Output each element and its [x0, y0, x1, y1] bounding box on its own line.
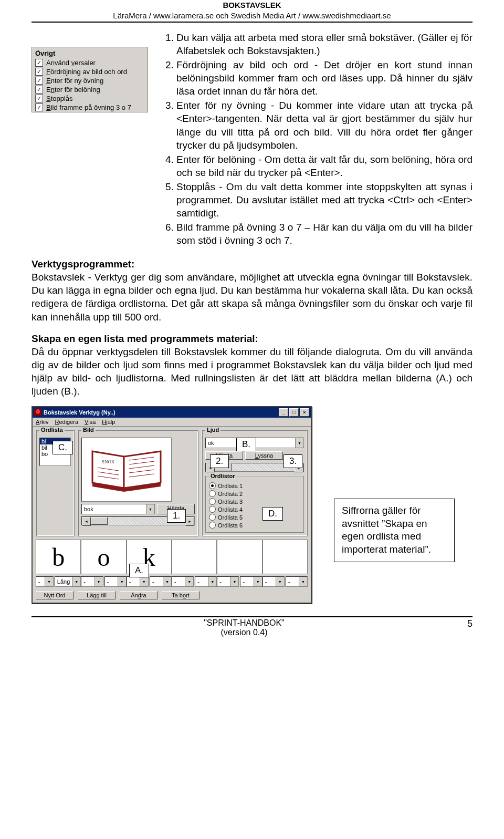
letter-cell: o: [81, 540, 126, 574]
option-checkbox-row[interactable]: Bild framme på övning 3 o 7: [32, 103, 148, 112]
sound-cell: -▼-▼: [217, 576, 262, 587]
ordlista-radio[interactable]: Ordlista 4: [209, 505, 300, 513]
picture-preview: SNOK: [81, 438, 172, 502]
ordlista-radio[interactable]: Ordlista 5: [209, 513, 300, 521]
sound-combo[interactable]: -▼: [127, 576, 149, 587]
duration-combo[interactable]: -▼: [150, 576, 172, 587]
callout-1: 1.: [167, 509, 186, 523]
page-number: 5: [457, 618, 472, 629]
sound-row: -▼Lång▼-▼-▼-▼-▼-▼-▼-▼-▼-▼-▼: [36, 576, 308, 587]
duration-combo[interactable]: -▼: [286, 576, 308, 587]
callout-3: 3.: [284, 454, 302, 468]
letter-cell: [172, 540, 217, 574]
menu-item[interactable]: Redigera: [55, 419, 78, 425]
menu-item[interactable]: Hjälp: [102, 419, 115, 425]
menu-item[interactable]: Arkiv: [36, 419, 48, 425]
option-checkbox-row[interactable]: Fördröjning av bild och ord: [32, 67, 148, 76]
section-skapa: Skapa en egen lista med programmets mate…: [32, 332, 472, 398]
duration-combo[interactable]: -▼: [240, 576, 262, 587]
letter-cell: b: [36, 540, 81, 574]
checkbox-label: Enter för belöning: [46, 86, 100, 94]
option-checkbox-row[interactable]: Enter för belöning: [32, 85, 148, 94]
ordlista-radio[interactable]: Ordlista 3: [209, 498, 300, 505]
options-group-title: Övrigt: [32, 47, 148, 58]
duration-combo[interactable]: Lång▼: [55, 576, 81, 587]
radio-icon: [209, 498, 216, 505]
letters-row: bok: [36, 540, 308, 574]
radio-label: Ordlista 4: [218, 506, 243, 513]
option-checkbox-row[interactable]: Använd versaler: [32, 58, 148, 67]
duration-combo[interactable]: -▼: [104, 576, 127, 587]
sound-combo[interactable]: -▼: [262, 576, 285, 587]
sound-combo[interactable]: -▼: [172, 576, 194, 587]
list-item: Stopplås - Om du valt detta kommer inte …: [176, 180, 472, 220]
callout-d: D.: [262, 507, 283, 521]
checkbox-icon: [35, 77, 43, 85]
svg-marker-1: [124, 451, 161, 488]
callout-a: A.: [129, 564, 149, 577]
checkbox-label: Bild framme på övning 3 o 7: [46, 103, 131, 111]
radio-icon: [209, 482, 216, 489]
window-title: Bokstavslek Verktyg (Ny..): [44, 409, 116, 416]
doc-subtitle: LäraMera / www.laramera.se och Swedish M…: [113, 11, 391, 20]
checkbox-label: Enter för ny övning: [46, 77, 103, 85]
ordlista-radio[interactable]: Ordlista 2: [209, 490, 300, 498]
book-icon: SNOK: [87, 443, 166, 496]
option-checkbox-row[interactable]: Stopplås: [32, 94, 148, 103]
tool-screenshot: Bokstavslek Verktyg (Ny..) _ □ × ArkivRe…: [32, 406, 472, 604]
svg-marker-0: [92, 451, 124, 488]
radio-label: Ordlista 5: [218, 514, 243, 521]
sound-cell: -▼-▼: [172, 576, 217, 587]
menubar[interactable]: ArkivRedigeraVisaHjälp: [33, 418, 311, 427]
doc-title: BOKSTAVSLEK: [223, 1, 281, 9]
radio-label: Ordlista 6: [218, 522, 243, 529]
note-box: Siffrorna gäller för avsnittet ”Skapa en…: [334, 499, 455, 562]
titlebar: Bokstavslek Verktyg (Ny..) _ □ ×: [33, 407, 311, 418]
action-button[interactable]: Lägg till: [78, 591, 116, 599]
footer-line2: (version 0.4): [221, 628, 268, 637]
list-item: Fördröjning av bild och ord - Det dröjer…: [176, 58, 472, 98]
duration-combo[interactable]: -▼: [195, 576, 217, 587]
sound-combo[interactable]: -▼: [36, 576, 54, 587]
checkbox-icon: [35, 59, 43, 67]
button-row: Nytt OrdLägg tillÄndraTa bort: [36, 591, 308, 599]
top-rule: [32, 22, 472, 23]
radio-icon: [209, 506, 216, 513]
bild-combo[interactable]: bok▼: [81, 504, 155, 514]
sound-combo[interactable]: -▼: [217, 576, 239, 587]
footer: "SPRINT-HANDBOK" (version 0.4) 5: [32, 616, 472, 637]
radio-label: Ordlista 3: [218, 499, 243, 505]
list-item: Enter för belöning - Om detta är valt få…: [176, 153, 472, 179]
letter-cell: [217, 540, 262, 574]
option-checkbox-row[interactable]: Enter för ny övning: [32, 76, 148, 85]
checkbox-label: Stopplås: [46, 95, 73, 102]
checkbox-icon: [35, 95, 43, 102]
radio-icon: [209, 514, 216, 521]
checkbox-label: Fördröjning av bild och ord: [46, 68, 127, 76]
ordlista-radio[interactable]: Ordlista 6: [209, 521, 300, 529]
sound-combo[interactable]: -▼: [81, 576, 103, 587]
checkbox-icon: [35, 86, 43, 94]
section-verktyg: Verktygsprogrammet: Bokstavslek - Verkty…: [32, 257, 472, 323]
footer-line1: "SPRINT-HANDBOK": [204, 618, 285, 627]
minimize-button[interactable]: _: [279, 408, 288, 417]
sound-cell: -▼Lång▼: [36, 576, 81, 587]
action-button[interactable]: Ta bort: [162, 591, 200, 599]
numbered-list: Du kan välja att arbeta med stora eller …: [161, 31, 472, 247]
list-item: Bild framme på övning 3 o 7 – Här kan du…: [176, 221, 472, 247]
ordlista-radio[interactable]: Ordlista 1: [209, 482, 300, 490]
checkbox-icon: [35, 68, 43, 76]
ljud-lyssna-button[interactable]: Lyssna: [245, 451, 283, 460]
group-ordlistor: Ordlistor Ordlista 1Ordlista 2Ordlista 3…: [205, 476, 304, 533]
action-button[interactable]: Nytt Ord: [36, 591, 74, 599]
radio-icon: [209, 522, 216, 529]
options-panel: Övrigt Använd versalerFördröjning av bil…: [32, 47, 148, 112]
radio-label: Ordlista 2: [218, 491, 243, 497]
sound-cell: -▼-▼: [81, 576, 126, 587]
maximize-button[interactable]: □: [289, 408, 299, 417]
close-button[interactable]: ×: [300, 408, 309, 417]
action-button[interactable]: Ändra: [120, 591, 158, 599]
callout-c: C.: [52, 441, 73, 454]
checkbox-icon: [35, 103, 43, 111]
menu-item[interactable]: Visa: [85, 419, 96, 425]
